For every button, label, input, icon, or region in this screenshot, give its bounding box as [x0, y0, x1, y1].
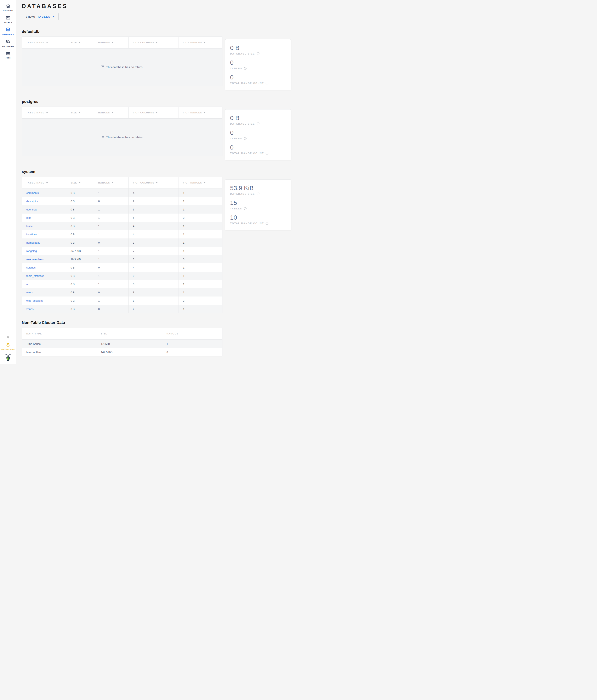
data-type-cell: Time Series — [22, 340, 96, 348]
sidebar-item-overview[interactable]: OVERVIEW — [0, 3, 16, 11]
table-cell-columns: 6 — [129, 205, 179, 214]
table-row: comments0 B141 — [22, 189, 222, 197]
view-selector-dropdown[interactable]: VIEW: TABLES — [22, 13, 59, 20]
info-icon[interactable] — [265, 152, 268, 155]
stat-label-text: DATABASE SIZE — [230, 193, 255, 195]
info-icon[interactable] — [257, 122, 260, 125]
table-cell-size: 0 B — [66, 205, 94, 214]
table-name-link[interactable]: lease — [26, 225, 33, 228]
sidebar-item-databases[interactable]: DATABASES — [0, 26, 16, 35]
table-cell-ranges: 1 — [94, 222, 129, 230]
column-header-ranges[interactable]: RANGES — [94, 37, 129, 49]
database-size-stat: 0 BDATABASE SIZE — [230, 44, 286, 55]
table-name-link[interactable]: descriptor — [26, 200, 38, 203]
table-cell-indices: 3 — [179, 297, 222, 305]
stat-label: DATABASE SIZE — [230, 52, 286, 55]
table-cell-indices: 3 — [179, 255, 222, 263]
table-cell-name: role_members — [22, 255, 66, 263]
sort-caret-icon — [156, 182, 158, 183]
column-header-of-indices[interactable]: # OF INDICES — [179, 177, 222, 189]
info-icon[interactable] — [244, 67, 247, 70]
table-cell-ranges: 1 — [94, 214, 129, 222]
total-range-count-stat: 10TOTAL RANGE COUNT — [230, 214, 286, 225]
column-header-table-name[interactable]: TABLE NAME — [22, 177, 66, 189]
column-header-size[interactable]: SIZE — [66, 37, 94, 49]
table-name-link[interactable]: settings — [26, 266, 36, 269]
table-name-link[interactable]: rangelog — [26, 249, 37, 253]
sidebar-item-label: DATABASES — [2, 33, 14, 35]
column-header-table-name[interactable]: TABLE NAME — [22, 107, 66, 119]
table-cell-name: jobs — [22, 214, 66, 222]
table-name-link[interactable]: comments — [26, 191, 39, 195]
table-cell-name: web_sessions — [22, 297, 66, 305]
table-cell-name: rangelog — [22, 247, 66, 255]
table-cell-columns: 3 — [129, 239, 179, 247]
table-name-link[interactable]: zones — [26, 307, 33, 310]
database-sections: defaultdbTABLE NAMESIZERANGES# OF COLUMN… — [22, 29, 298, 313]
column-header-size[interactable]: SIZE — [66, 177, 94, 189]
chevron-down-icon — [53, 16, 55, 17]
table-cell-indices: 1 — [179, 272, 222, 280]
column-header-of-columns[interactable]: # OF COLUMNS — [129, 37, 179, 49]
column-header-label: TABLE NAME — [26, 41, 45, 44]
info-icon[interactable] — [244, 137, 247, 140]
table-cell-name: users — [22, 288, 66, 297]
table-cell-ranges: 1 — [94, 189, 129, 197]
column-header-of-columns[interactable]: # OF COLUMNS — [129, 177, 179, 189]
table-cell-name: locations — [22, 230, 66, 239]
table-name-link[interactable]: eventlog — [26, 208, 36, 211]
column-header-label: RANGES — [98, 111, 110, 114]
column-header-label: # OF INDICES — [183, 181, 202, 184]
table-grid-icon — [101, 135, 104, 139]
table-cell-indices: 2 — [179, 214, 222, 222]
table-row: ui0 B131 — [22, 280, 222, 288]
table-cell-size: 0 B — [66, 305, 94, 313]
settings-button[interactable] — [6, 335, 10, 340]
column-header-of-indices[interactable]: # OF INDICES — [179, 37, 222, 49]
table-cell-ranges: 0 — [94, 239, 129, 247]
table-name-link[interactable]: locations — [26, 233, 37, 236]
cockroachdb-logo-icon — [5, 353, 11, 362]
table-cell-ranges: 0 — [94, 197, 129, 205]
sidebar-item-jobs[interactable]: JOBS — [0, 50, 16, 59]
table-name-link[interactable]: namespace — [26, 241, 40, 244]
table-cell-name: lease — [22, 222, 66, 230]
sidebar-item-metrics[interactable]: METRICS — [0, 15, 16, 23]
info-icon[interactable] — [257, 193, 260, 195]
table-cell-ranges: 1 — [94, 230, 129, 239]
column-header-ranges: RANGES — [162, 328, 222, 340]
info-icon[interactable] — [257, 52, 260, 55]
stat-label: DATABASE SIZE — [230, 122, 286, 125]
column-header-ranges[interactable]: RANGES — [94, 107, 129, 119]
table-cell-size: 0 B — [66, 280, 94, 288]
column-header-ranges[interactable]: RANGES — [94, 177, 129, 189]
column-header-label: # OF COLUMNS — [133, 111, 154, 114]
table-cell-ranges: 1 — [94, 255, 129, 263]
stat-value: 53.9 KiB — [230, 184, 286, 191]
stat-label-text: DATABASE SIZE — [230, 52, 255, 55]
column-header-table-name[interactable]: TABLE NAME — [22, 37, 66, 49]
column-header-of-columns[interactable]: # OF COLUMNS — [129, 107, 179, 119]
table-name-link[interactable]: web_sessions — [26, 299, 43, 302]
table-cell-columns: 9 — [129, 272, 179, 280]
table-cell-indices: 1 — [179, 205, 222, 214]
column-header-label: RANGES — [98, 41, 110, 44]
table-cell-columns: 4 — [129, 222, 179, 230]
info-icon[interactable] — [265, 222, 268, 225]
database-size-stat: 53.9 KiBDATABASE SIZE — [230, 184, 286, 195]
table-cell-indices: 1 — [179, 239, 222, 247]
column-header-size[interactable]: SIZE — [66, 107, 94, 119]
table-name-link[interactable]: jobs — [26, 216, 31, 219]
sidebar-item-statements[interactable]: STATEMENTS — [0, 38, 16, 47]
table-name-link[interactable]: ui — [26, 283, 28, 286]
info-icon[interactable] — [265, 82, 268, 84]
table-cell-columns: 5 — [129, 214, 179, 222]
table-cell-size: 0 B — [66, 197, 94, 205]
table-name-link[interactable]: table_statistics — [26, 274, 44, 277]
stat-value: 0 B — [230, 44, 286, 51]
table-name-link[interactable]: users — [26, 291, 33, 294]
stat-label: TABLES — [230, 207, 286, 210]
table-name-link[interactable]: role_members — [26, 258, 44, 261]
info-icon[interactable] — [244, 207, 247, 210]
column-header-of-indices[interactable]: # OF INDICES — [179, 107, 222, 119]
